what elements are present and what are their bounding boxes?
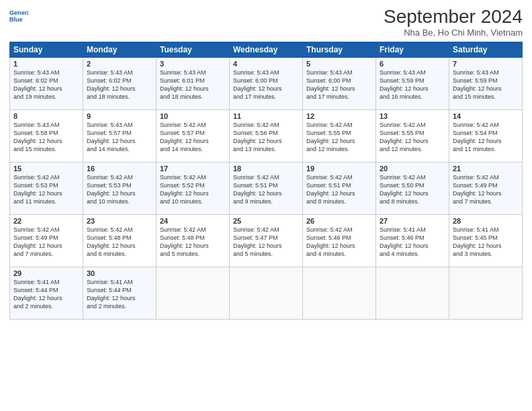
month-title: September 2024 bbox=[384, 7, 523, 28]
calendar-day-cell: 22Sunrise: 5:42 AMSunset: 5:49 PMDayligh… bbox=[10, 214, 83, 267]
day-info: Sunrise: 5:42 AMSunset: 5:55 PMDaylight:… bbox=[306, 121, 372, 154]
day-info: Sunrise: 5:42 AMSunset: 5:50 PMDaylight:… bbox=[380, 173, 445, 206]
calendar-day-cell bbox=[449, 267, 523, 319]
day-info: Sunrise: 5:42 AMSunset: 5:55 PMDaylight:… bbox=[380, 121, 445, 154]
day-number: 12 bbox=[306, 112, 372, 120]
calendar-day-cell: 18Sunrise: 5:42 AMSunset: 5:51 PMDayligh… bbox=[230, 162, 303, 214]
day-info: Sunrise: 5:42 AMSunset: 5:52 PMDaylight:… bbox=[160, 173, 226, 206]
calendar-day-header: Tuesday bbox=[157, 42, 230, 57]
day-number: 10 bbox=[160, 112, 226, 120]
calendar-day-cell: 7Sunrise: 5:43 AMSunset: 5:59 PMDaylight… bbox=[449, 57, 523, 109]
calendar-day-header: Monday bbox=[83, 42, 157, 57]
day-number: 2 bbox=[87, 60, 152, 68]
day-info: Sunrise: 5:41 AMSunset: 5:44 PMDaylight:… bbox=[87, 278, 152, 311]
svg-text:Blue: Blue bbox=[9, 16, 23, 23]
day-info: Sunrise: 5:43 AMSunset: 6:02 PMDaylight:… bbox=[13, 68, 79, 101]
day-info: Sunrise: 5:42 AMSunset: 5:47 PMDaylight:… bbox=[233, 226, 299, 259]
day-number: 28 bbox=[453, 217, 519, 225]
day-info: Sunrise: 5:42 AMSunset: 5:48 PMDaylight:… bbox=[160, 226, 226, 259]
day-info: Sunrise: 5:43 AMSunset: 5:57 PMDaylight:… bbox=[87, 121, 152, 154]
day-info: Sunrise: 5:43 AMSunset: 5:58 PMDaylight:… bbox=[13, 121, 79, 154]
calendar-day-cell: 13Sunrise: 5:42 AMSunset: 5:55 PMDayligh… bbox=[376, 109, 449, 162]
calendar-day-cell: 26Sunrise: 5:42 AMSunset: 5:46 PMDayligh… bbox=[303, 214, 376, 267]
day-number: 9 bbox=[87, 112, 152, 120]
day-info: Sunrise: 5:42 AMSunset: 5:53 PMDaylight:… bbox=[13, 173, 79, 206]
calendar-day-cell: 21Sunrise: 5:42 AMSunset: 5:49 PMDayligh… bbox=[449, 162, 523, 214]
calendar-day-header: Sunday bbox=[10, 42, 83, 57]
calendar-day-cell bbox=[303, 267, 376, 319]
calendar-table: SundayMondayTuesdayWednesdayThursdayFrid… bbox=[9, 42, 523, 320]
calendar-day-cell: 29Sunrise: 5:41 AMSunset: 5:44 PMDayligh… bbox=[10, 267, 83, 319]
calendar-day-cell: 20Sunrise: 5:42 AMSunset: 5:50 PMDayligh… bbox=[376, 162, 449, 214]
calendar-day-header: Friday bbox=[376, 42, 449, 57]
calendar-day-cell bbox=[157, 267, 230, 319]
day-info: Sunrise: 5:42 AMSunset: 5:49 PMDaylight:… bbox=[13, 226, 79, 259]
day-number: 18 bbox=[233, 165, 299, 173]
calendar-day-cell: 12Sunrise: 5:42 AMSunset: 5:55 PMDayligh… bbox=[303, 109, 376, 162]
day-info: Sunrise: 5:41 AMSunset: 5:46 PMDaylight:… bbox=[380, 226, 445, 259]
calendar-header-row: SundayMondayTuesdayWednesdayThursdayFrid… bbox=[10, 42, 523, 57]
svg-text:General: General bbox=[9, 9, 28, 16]
day-info: Sunrise: 5:43 AMSunset: 6:00 PMDaylight:… bbox=[306, 68, 372, 101]
logo: General Blue bbox=[9, 7, 28, 26]
day-number: 3 bbox=[160, 60, 226, 68]
calendar-day-cell: 24Sunrise: 5:42 AMSunset: 5:48 PMDayligh… bbox=[157, 214, 230, 267]
calendar-day-cell: 3Sunrise: 5:43 AMSunset: 6:01 PMDaylight… bbox=[157, 57, 230, 109]
location-subtitle: Nha Be, Ho Chi Minh, Vietnam bbox=[384, 28, 523, 38]
calendar-day-cell: 2Sunrise: 5:43 AMSunset: 6:02 PMDaylight… bbox=[83, 57, 157, 109]
calendar-day-cell: 16Sunrise: 5:42 AMSunset: 5:53 PMDayligh… bbox=[83, 162, 157, 214]
calendar-week-row: 29Sunrise: 5:41 AMSunset: 5:44 PMDayligh… bbox=[10, 267, 523, 319]
calendar-week-row: 22Sunrise: 5:42 AMSunset: 5:49 PMDayligh… bbox=[10, 214, 523, 267]
day-info: Sunrise: 5:41 AMSunset: 5:44 PMDaylight:… bbox=[13, 278, 79, 311]
day-number: 24 bbox=[160, 217, 226, 225]
day-info: Sunrise: 5:42 AMSunset: 5:53 PMDaylight:… bbox=[87, 173, 152, 206]
day-info: Sunrise: 5:43 AMSunset: 6:00 PMDaylight:… bbox=[233, 68, 299, 101]
day-number: 4 bbox=[233, 60, 299, 68]
calendar-day-header: Thursday bbox=[303, 42, 376, 57]
day-info: Sunrise: 5:42 AMSunset: 5:56 PMDaylight:… bbox=[233, 121, 299, 154]
calendar-day-cell: 10Sunrise: 5:42 AMSunset: 5:57 PMDayligh… bbox=[157, 109, 230, 162]
day-number: 29 bbox=[13, 269, 79, 277]
day-number: 30 bbox=[87, 269, 152, 277]
day-info: Sunrise: 5:42 AMSunset: 5:46 PMDaylight:… bbox=[306, 226, 372, 259]
calendar-day-cell: 28Sunrise: 5:41 AMSunset: 5:45 PMDayligh… bbox=[449, 214, 523, 267]
header: General Blue September 2024 Nha Be, Ho C… bbox=[9, 7, 523, 38]
calendar-day-header: Wednesday bbox=[230, 42, 303, 57]
day-number: 22 bbox=[13, 217, 79, 225]
calendar-day-cell: 23Sunrise: 5:42 AMSunset: 5:48 PMDayligh… bbox=[83, 214, 157, 267]
day-info: Sunrise: 5:43 AMSunset: 6:01 PMDaylight:… bbox=[160, 68, 226, 101]
calendar-week-row: 15Sunrise: 5:42 AMSunset: 5:53 PMDayligh… bbox=[10, 162, 523, 214]
logo-icon: General Blue bbox=[9, 7, 28, 26]
calendar-day-cell: 8Sunrise: 5:43 AMSunset: 5:58 PMDaylight… bbox=[10, 109, 83, 162]
calendar-day-cell: 5Sunrise: 5:43 AMSunset: 6:00 PMDaylight… bbox=[303, 57, 376, 109]
day-number: 25 bbox=[233, 217, 299, 225]
calendar-day-cell: 9Sunrise: 5:43 AMSunset: 5:57 PMDaylight… bbox=[83, 109, 157, 162]
calendar-day-cell: 19Sunrise: 5:42 AMSunset: 5:51 PMDayligh… bbox=[303, 162, 376, 214]
calendar-day-header: Saturday bbox=[449, 42, 523, 57]
day-number: 13 bbox=[380, 112, 445, 120]
day-number: 16 bbox=[87, 165, 152, 173]
calendar-day-cell: 27Sunrise: 5:41 AMSunset: 5:46 PMDayligh… bbox=[376, 214, 449, 267]
day-info: Sunrise: 5:42 AMSunset: 5:54 PMDaylight:… bbox=[453, 121, 519, 154]
day-number: 23 bbox=[87, 217, 152, 225]
day-info: Sunrise: 5:41 AMSunset: 5:45 PMDaylight:… bbox=[453, 226, 519, 259]
calendar-week-row: 1Sunrise: 5:43 AMSunset: 6:02 PMDaylight… bbox=[10, 57, 523, 109]
calendar-week-row: 8Sunrise: 5:43 AMSunset: 5:58 PMDaylight… bbox=[10, 109, 523, 162]
calendar-day-cell: 1Sunrise: 5:43 AMSunset: 6:02 PMDaylight… bbox=[10, 57, 83, 109]
calendar-day-cell: 4Sunrise: 5:43 AMSunset: 6:00 PMDaylight… bbox=[230, 57, 303, 109]
day-info: Sunrise: 5:42 AMSunset: 5:49 PMDaylight:… bbox=[453, 173, 519, 206]
calendar-day-cell: 25Sunrise: 5:42 AMSunset: 5:47 PMDayligh… bbox=[230, 214, 303, 267]
calendar-day-cell bbox=[230, 267, 303, 319]
day-number: 1 bbox=[13, 60, 79, 68]
calendar-day-cell: 11Sunrise: 5:42 AMSunset: 5:56 PMDayligh… bbox=[230, 109, 303, 162]
day-number: 11 bbox=[233, 112, 299, 120]
calendar-day-cell bbox=[376, 267, 449, 319]
day-info: Sunrise: 5:43 AMSunset: 6:02 PMDaylight:… bbox=[87, 68, 152, 101]
day-number: 8 bbox=[13, 112, 79, 120]
day-info: Sunrise: 5:42 AMSunset: 5:51 PMDaylight:… bbox=[233, 173, 299, 206]
calendar-day-cell: 14Sunrise: 5:42 AMSunset: 5:54 PMDayligh… bbox=[449, 109, 523, 162]
day-number: 7 bbox=[453, 60, 519, 68]
day-info: Sunrise: 5:42 AMSunset: 5:57 PMDaylight:… bbox=[160, 121, 226, 154]
day-info: Sunrise: 5:43 AMSunset: 5:59 PMDaylight:… bbox=[453, 68, 519, 101]
calendar-day-cell: 17Sunrise: 5:42 AMSunset: 5:52 PMDayligh… bbox=[157, 162, 230, 214]
